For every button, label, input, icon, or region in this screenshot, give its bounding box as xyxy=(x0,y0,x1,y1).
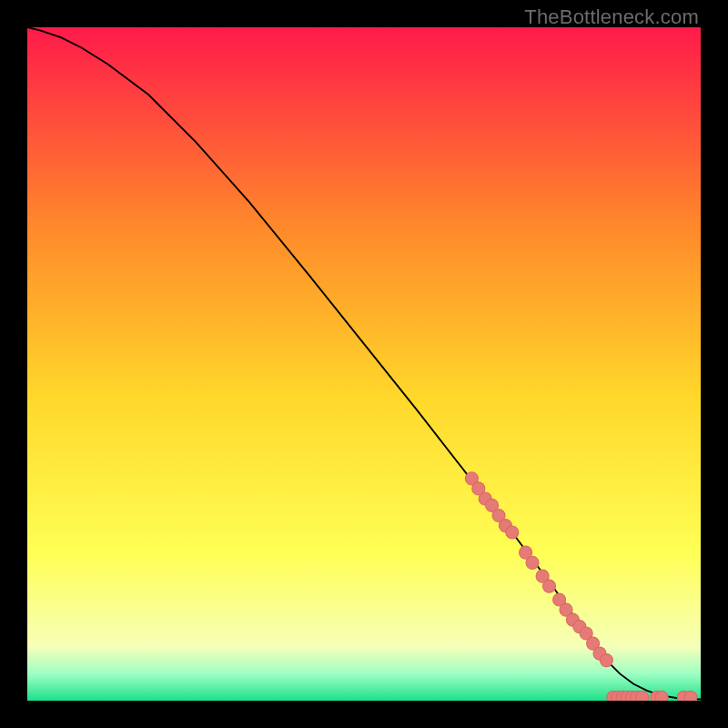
data-point xyxy=(684,691,697,701)
data-point xyxy=(636,691,649,701)
data-point xyxy=(542,580,555,592)
watermark-text: TheBottleneck.com xyxy=(524,5,699,29)
data-point xyxy=(526,556,539,569)
data-point xyxy=(655,691,668,701)
chart-plot-area xyxy=(27,27,701,701)
data-point xyxy=(506,526,519,539)
chart-scatter-points xyxy=(27,27,701,701)
data-point xyxy=(600,654,612,667)
